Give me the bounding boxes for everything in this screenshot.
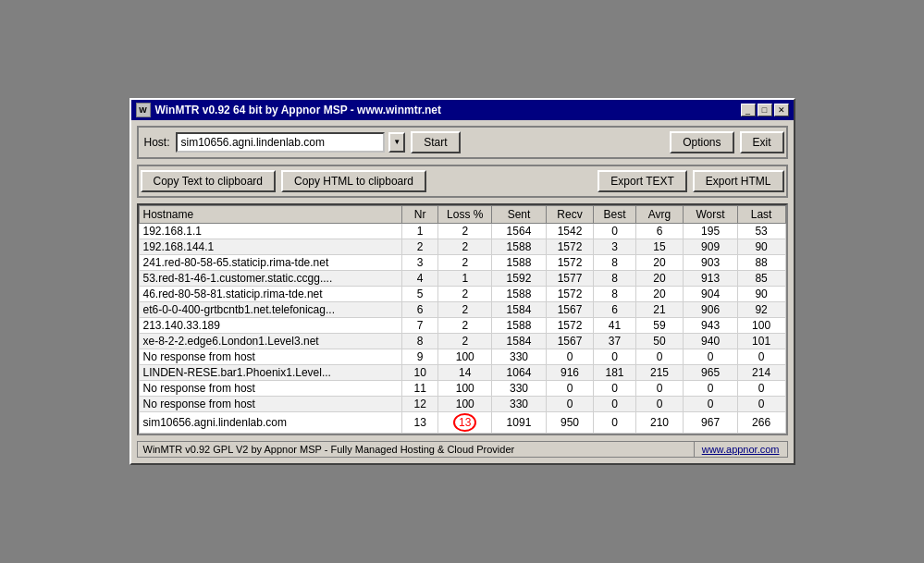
table-cell: 8 [594, 270, 635, 286]
host-label: Host: [144, 136, 170, 149]
table-cell: 330 [492, 349, 546, 364]
table-cell: 330 [492, 396, 546, 411]
table-cell: 6 [402, 301, 438, 317]
table-cell: 1572 [546, 254, 594, 270]
toolbar-panel: Copy Text to clipboard Copy HTML to clip… [137, 165, 788, 198]
table-cell: 0 [546, 380, 594, 396]
status-right-link[interactable]: www.appnor.com [695, 442, 787, 457]
table-cell: 0 [594, 223, 635, 239]
table-cell: 903 [684, 254, 737, 270]
table-cell: 916 [546, 364, 594, 380]
table-cell: 1564 [492, 223, 546, 239]
table-header-row: Hostname Nr Loss % Sent Recv Best Avrg W… [139, 205, 785, 223]
table-cell: 1588 [492, 254, 546, 270]
table-cell: 950 [546, 411, 594, 433]
table-cell: No response from host [139, 396, 402, 411]
table-row: LINDEN-RESE.bar1.Phoenix1.Level...101410… [139, 364, 785, 380]
start-button[interactable]: Start [411, 131, 460, 153]
table-cell: 1567 [546, 301, 594, 317]
header-recv: Recv [546, 205, 594, 223]
export-text-button[interactable]: Export TEXT [598, 170, 686, 192]
table-cell: 181 [594, 364, 635, 380]
table-cell: 9 [402, 349, 438, 364]
table-cell: 0 [594, 380, 635, 396]
title-buttons: _ □ ✕ [741, 104, 789, 116]
table-cell: 904 [684, 286, 737, 301]
main-window: W WinMTR v0.92 64 bit by Appnor MSP - ww… [129, 98, 795, 465]
table-cell: No response from host [139, 349, 402, 364]
table-cell: 3 [402, 254, 438, 270]
close-button[interactable]: ✕ [774, 104, 789, 116]
table-cell: 0 [635, 349, 684, 364]
table-cell: 940 [684, 333, 737, 349]
table-row: 46.red-80-58-81.staticip.rima-tde.net521… [139, 286, 785, 301]
host-dropdown-button[interactable]: ▼ [388, 132, 405, 153]
table-cell: 913 [684, 270, 737, 286]
table-row: 192.168.1.112156415420619553 [139, 223, 785, 239]
table-cell: 0 [684, 349, 737, 364]
table-cell: 2 [438, 239, 492, 254]
exit-button[interactable]: Exit [740, 131, 784, 153]
table-cell: 21 [635, 301, 684, 317]
table-cell: 8 [594, 254, 635, 270]
table-cell: 906 [684, 301, 737, 317]
table-cell: 59 [635, 317, 684, 333]
table-row: 213.140.33.18972158815724159943100 [139, 317, 785, 333]
table-cell: 215 [635, 364, 684, 380]
header-best: Best [594, 205, 635, 223]
table-cell: 5 [402, 286, 438, 301]
export-html-button[interactable]: Export HTML [693, 170, 784, 192]
table-cell: 909 [684, 239, 737, 254]
table-cell: 0 [594, 411, 635, 433]
table-cell: 1091 [492, 411, 546, 433]
table-cell: 965 [684, 364, 737, 380]
status-bar: WinMTR v0.92 GPL V2 by Appnor MSP - Full… [137, 441, 788, 458]
table-cell: 1572 [546, 317, 594, 333]
table-row: No response from host1110033000000 [139, 380, 785, 396]
table-cell: 88 [737, 254, 785, 270]
table-cell: 3 [594, 239, 635, 254]
table-cell: xe-8-2-2.edge6.London1.Level3.net [139, 333, 402, 349]
table-cell: 53 [737, 223, 785, 239]
status-left-text: WinMTR v0.92 GPL V2 by Appnor MSP - Full… [138, 442, 695, 457]
table-row: xe-8-2-2.edge6.London1.Level3.net8215841… [139, 333, 785, 349]
table-cell: 214 [737, 364, 785, 380]
copy-html-button[interactable]: Copy HTML to clipboard [281, 170, 426, 192]
table-cell: 1588 [492, 286, 546, 301]
table-cell: 2 [438, 301, 492, 317]
table-cell: 1588 [492, 317, 546, 333]
table-cell: 1588 [492, 239, 546, 254]
table-cell: 1 [402, 223, 438, 239]
table-cell: 0 [546, 349, 594, 364]
table-cell: 90 [737, 286, 785, 301]
table-cell: 8 [594, 286, 635, 301]
table-cell: 12 [402, 396, 438, 411]
table-cell: LINDEN-RESE.bar1.Phoenix1.Level... [139, 364, 402, 380]
table-cell: 85 [737, 270, 785, 286]
table-cell: 0 [546, 396, 594, 411]
table-cell: 192.168.144.1 [139, 239, 402, 254]
table-cell: 1064 [492, 364, 546, 380]
table-row: No response from host910033000000 [139, 349, 785, 364]
table-cell: 1577 [546, 270, 594, 286]
host-panel: Host: ▼ Start Options Exit [137, 126, 788, 159]
maximize-button[interactable]: □ [758, 104, 772, 116]
table-cell: 330 [492, 380, 546, 396]
options-button[interactable]: Options [670, 131, 733, 153]
host-input[interactable] [176, 132, 386, 153]
table-cell: 41 [594, 317, 635, 333]
table-row: 192.168.144.1221588157231590990 [139, 239, 785, 254]
copy-text-button[interactable]: Copy Text to clipboard [141, 170, 277, 192]
table-cell: 1542 [546, 223, 594, 239]
window-title: WinMTR v0.92 64 bit by Appnor MSP - www.… [155, 104, 441, 116]
table-cell: 241.red-80-58-65.staticip.rima-tde.net [139, 254, 402, 270]
table-cell: 13 [438, 411, 492, 433]
table-cell: 266 [737, 411, 785, 433]
table-cell: 1572 [546, 286, 594, 301]
table-cell: 100 [438, 380, 492, 396]
minimize-button[interactable]: _ [741, 104, 756, 116]
table-row: sim10656.agni.lindenlab.com1313109195002… [139, 411, 785, 433]
table-cell: 6 [635, 223, 684, 239]
table-cell: 2 [438, 286, 492, 301]
window-body: Host: ▼ Start Options Exit Copy Text to … [131, 120, 794, 463]
